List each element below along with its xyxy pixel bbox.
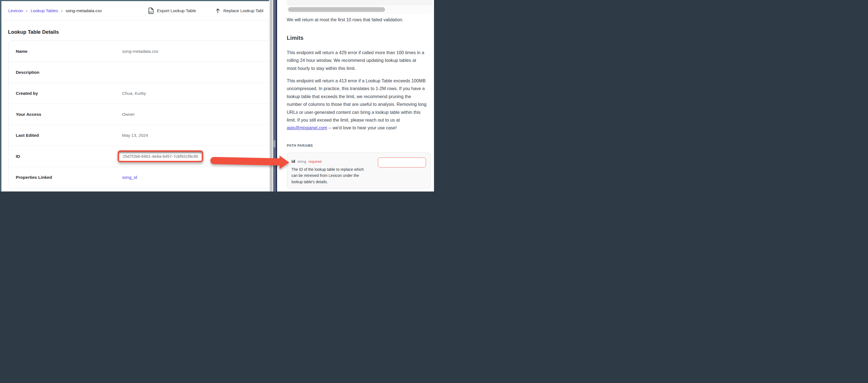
table-row-description: Description — [8, 62, 269, 83]
chevron-right-icon: › — [61, 8, 63, 13]
row-label: Name — [16, 49, 122, 54]
row-label: ID — [16, 154, 122, 159]
id-value-annotation-box: 25d7f2b6-6901-4e8a-9457-7cbf931f8c90 — [118, 150, 203, 162]
docs-intro-text: We will return at most the first 10 rows… — [287, 18, 403, 23]
table-row-name: Name song-metadata.csv — [8, 41, 269, 62]
param-header: id string required — [291, 159, 321, 164]
replace-button-label: Replace Lookup Tabl — [223, 8, 264, 13]
left-panel-scrollbar[interactable] — [270, 0, 272, 192]
param-description: The ID of the lookup table to replace wh… — [291, 167, 368, 185]
svg-text:csv: csv — [149, 11, 152, 13]
divider-scrollbar-thumb[interactable] — [274, 140, 275, 147]
paragraph-text: -- we'd love to hear your use case! — [327, 125, 397, 130]
limits-paragraph-1: This endpoint will return a 429 error if… — [287, 49, 427, 72]
up-arrow-icon — [215, 8, 220, 13]
screenshot-stage: Lexicon › Lookup Tables › song-metadata.… — [0, 0, 434, 192]
horizontal-scrollbar-thumb[interactable] — [288, 7, 385, 12]
breadcrumb-lexicon[interactable]: Lexicon — [8, 8, 23, 13]
row-label: Properties Linked — [16, 175, 122, 180]
table-row-properties-linked: Properties Linked song_id — [8, 167, 269, 188]
row-label: Description — [16, 70, 122, 75]
export-lookup-table-button[interactable]: csv Export Lookup Table — [148, 1, 196, 20]
breadcrumb: Lexicon › Lookup Tables › song-metadata.… — [8, 1, 102, 20]
horizontal-scrollbar-track[interactable] — [287, 6, 433, 13]
table-row-id: ID 25d7f2b6-6901-4e8a-9457-7cbf931f8c90 — [8, 146, 269, 167]
song-id-link[interactable]: song_id — [122, 175, 137, 180]
page-title: Lookup Table Details — [8, 29, 59, 35]
limits-paragraph-2: This endpoint will return a 413 error if… — [287, 77, 427, 132]
row-value: song-metadata.csv — [122, 49, 158, 54]
chevron-right-icon: › — [26, 8, 27, 13]
id-param-input[interactable] — [378, 158, 426, 168]
docs-top-strip — [286, 0, 433, 5]
row-label: Created by — [16, 91, 122, 96]
param-type: string — [297, 160, 306, 164]
row-label: Your Access — [16, 112, 122, 117]
param-required-badge: required — [308, 160, 321, 164]
row-value: Owner — [122, 112, 135, 117]
row-value: 25d7f2b6-6901-4e8a-9457-7cbf931f8c90 — [122, 150, 203, 162]
path-params-label: PATH PARAMS — [287, 144, 313, 147]
id-param-card: id string required The ID of the lookup … — [287, 152, 431, 189]
paragraph-text: This endpoint will return a 413 error if… — [287, 78, 427, 123]
table-row-your-access: Your Access Owner — [8, 104, 269, 125]
csv-file-icon: csv — [148, 7, 154, 14]
table-row-created-by: Created by Chua, Kurby — [8, 83, 269, 104]
mixpanel-email-link[interactable]: apis@mixpanel.com — [287, 125, 327, 130]
row-value: May 13, 2024 — [122, 133, 148, 138]
breadcrumb-current-file: song-metadata.csv — [66, 8, 102, 13]
replace-lookup-table-button[interactable]: Replace Lookup Tabl — [215, 1, 264, 20]
lookup-table-details-card: Name song-metadata.csv Description Creat… — [8, 41, 269, 188]
export-button-label: Export Lookup Table — [157, 8, 196, 13]
row-value: Chua, Kurby — [122, 91, 146, 96]
divider-slate-strip — [273, 0, 276, 192]
breadcrumb-lookup-tables[interactable]: Lookup Tables — [30, 8, 58, 13]
limits-heading: Limits — [287, 35, 303, 41]
row-label: Last Edited — [16, 133, 122, 138]
api-docs-panel: We will return at most the first 10 rows… — [277, 0, 434, 192]
lookup-table-panel: Lexicon › Lookup Tables › song-metadata.… — [1, 1, 269, 192]
table-row-last-edited: Last Edited May 13, 2024 — [8, 125, 269, 146]
panel-header: Lexicon › Lookup Tables › song-metadata.… — [1, 1, 269, 21]
param-name: id — [291, 159, 295, 164]
